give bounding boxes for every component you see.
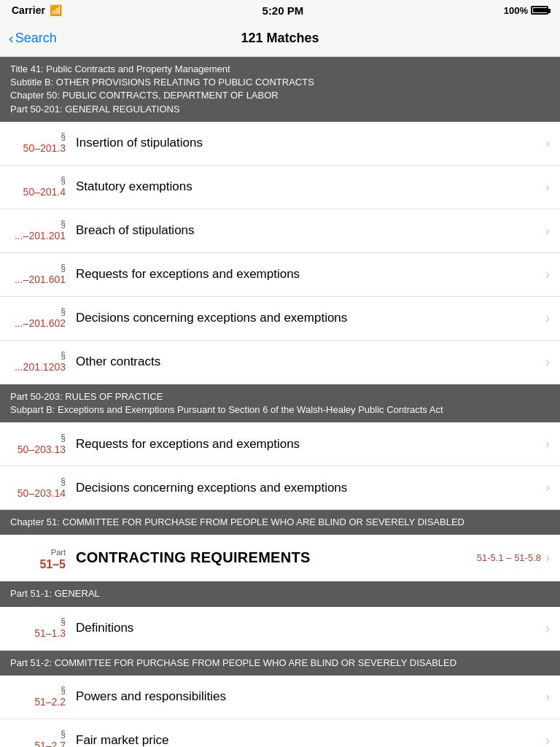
header-line-0: Title 41: Public Contracts and Property … [10,63,550,76]
part-item[interactable]: Part 51–5 CONTRACTING REQUIREMENTS 51-5.… [0,535,560,581]
item-content: Insertion of stipulations [76,136,545,150]
item-content: Statutory exemptions [76,179,545,194]
section-header-12: Part 51-1: GENERAL [0,581,560,606]
range-label: 51-5.1 – 51-5.8 [477,552,541,563]
list-item[interactable]: § 50–203.13 Requests for exceptions and … [0,422,560,466]
section-number: 51–1.3 [34,627,66,639]
item-title: Powers and responsibilities [76,689,226,703]
section-symbol: § [10,685,66,695]
header-line-0: Part 51-2: COMMITTEE FOR PURCHASE FROM P… [10,657,550,670]
item-title: Statutory exemptions [76,179,192,193]
battery-icon [531,6,548,15]
item-content: Powers and responsibilities [76,689,545,704]
section-symbol: § [10,350,66,360]
header-line-0: Part 50-203: RULES OF PRACTICE [10,390,550,403]
chevron-right-icon: › [545,355,550,370]
list-item[interactable]: § ...–201.201 Breach of stipulations › [0,209,560,253]
item-section: § 50–203.14 [10,476,76,500]
time-label: 5:20 PM [262,4,303,17]
item-title: Decisions concerning exceptions and exem… [76,311,347,325]
section-number: 50–201.4 [23,186,66,198]
list-item[interactable]: § 50–203.14 Decisions concerning excepti… [0,466,560,510]
carrier-label: Carrier [12,4,45,16]
section-number: ...–201.201 [15,230,66,241]
item-section: § ...–201.601 [10,263,76,286]
item-content: Definitions [76,621,545,635]
list-item[interactable]: § 51–2.2 Powers and responsibilities › [0,676,560,719]
status-bar: Carrier 📶 5:20 PM 100% [0,0,560,20]
item-section: § 50–201.3 [10,131,76,155]
section-number: 51–2.2 [34,696,66,708]
section-number: 50–203.14 [18,487,66,499]
chevron-right-icon: › [545,267,550,282]
list-item[interactable]: § 50–201.3 Insertion of stipulations › [0,122,560,166]
part-section: Part 51–5 [10,545,76,571]
section-symbol: § [10,306,66,317]
part-number: 51–5 [39,558,66,570]
section-number: ...201.1203 [15,361,66,373]
section-number: 50–203.13 [18,444,66,455]
section-header-10: Chapter 51: COMMITTEE FOR PURCHASE FROM … [0,510,560,535]
item-content: Fair market price [76,733,545,747]
section-symbol: § [10,616,66,627]
item-section: § 51–1.3 [10,616,76,640]
chevron-right-icon: › [545,621,550,636]
chevron-right-icon: › [545,689,550,705]
section-header-7: Part 50-203: RULES OF PRACTICESubpart B:… [0,384,560,422]
back-label: Search [15,31,57,46]
list-item[interactable]: § 50–201.4 Statutory exemptions › [0,166,560,209]
nav-bar: ‹ Search 121 Matches [0,20,560,57]
carrier-info: Carrier 📶 [12,4,62,16]
list-item[interactable]: § ...–201.601 Requests for exceptions an… [0,253,560,297]
item-section: § ...–201.201 [10,219,76,242]
item-section: § ...–201.602 [10,306,76,330]
section-symbol: § [10,131,66,142]
battery-info: 100% [504,5,548,16]
section-number: ...–201.601 [15,274,66,285]
item-section: § 50–203.13 [10,433,76,456]
section-number: ...–201.602 [15,317,66,329]
item-content: Breach of stipulations [76,223,545,238]
part-label: Part [51,548,66,557]
part-title: CONTRACTING REQUIREMENTS [76,549,477,566]
back-chevron-icon: ‹ [9,30,14,47]
list-item[interactable]: § ...201.1203 Other contracts › [0,341,560,384]
item-right: 51-5.1 – 51-5.8 › [477,550,550,565]
section-symbol: § [10,219,66,229]
section-number: 51–2.7 [34,740,66,747]
item-section: § 51–2.7 [10,729,76,747]
item-content: Decisions concerning exceptions and exem… [76,311,545,325]
item-content: Requests for exceptions and exemptions [76,437,545,452]
item-section: § 51–2.2 [10,685,76,708]
chevron-right-icon: › [545,480,550,495]
section-symbol: § [10,729,66,739]
item-title: Decisions concerning exceptions and exem… [76,481,347,495]
list-item[interactable]: § ...–201.602 Decisions concerning excep… [0,297,560,341]
header-line-2: Chapter 50: PUBLIC CONTRACTS, DEPARTMENT… [10,89,550,102]
list-item[interactable]: § 51–2.7 Fair market price › [0,719,560,747]
chevron-right-icon: › [545,436,550,452]
item-right: › [545,733,550,747]
section-symbol: § [10,263,66,273]
item-right: › [545,267,550,282]
item-title: Insertion of stipulations [76,136,203,150]
content-list: Title 41: Public Contracts and Property … [0,57,560,747]
header-line-0: Part 51-1: GENERAL [10,587,550,600]
item-right: › [545,179,550,195]
header-line-1: Subtitle B: OTHER PROVISIONS RELATING TO… [10,76,550,89]
item-right: › [545,621,550,636]
battery-label: 100% [504,5,528,16]
header-line-0: Chapter 51: COMMITTEE FOR PURCHASE FROM … [10,516,550,529]
chevron-right-icon: › [545,223,550,239]
item-title: Requests for exceptions and exemptions [76,267,300,281]
wifi-icon: 📶 [50,4,62,16]
chevron-right-icon: › [545,179,550,195]
item-right: › [545,436,550,452]
section-header-14: Part 51-2: COMMITTEE FOR PURCHASE FROM P… [0,651,560,676]
back-button[interactable]: ‹ Search [9,30,57,47]
chevron-right-icon: › [545,311,550,326]
item-section: § 50–201.4 [10,175,76,198]
item-title: Definitions [76,621,133,635]
item-title: Fair market price [76,733,169,747]
list-item[interactable]: § 51–1.3 Definitions › [0,607,560,651]
